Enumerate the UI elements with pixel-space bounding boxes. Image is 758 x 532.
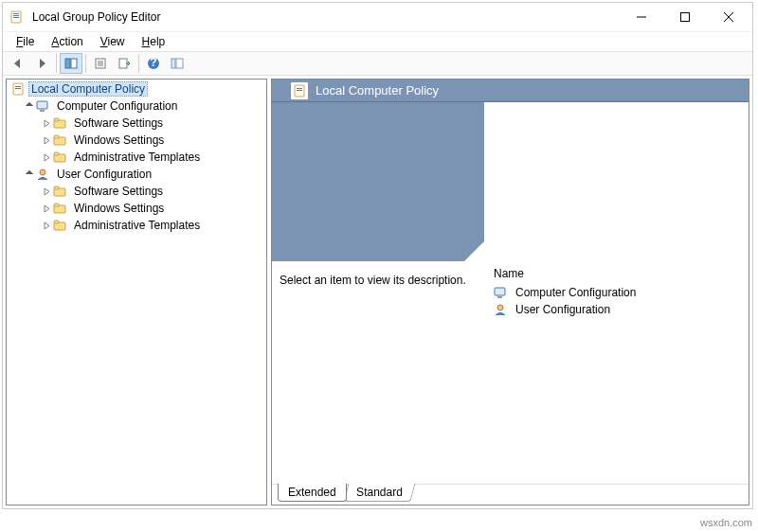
policy-icon: [10, 81, 26, 97]
toolbar-separator: [85, 54, 86, 73]
app-icon: [9, 9, 24, 25]
svg-rect-23: [40, 110, 45, 112]
tab-standard[interactable]: Standard: [343, 484, 414, 502]
tree-root-label: Local Computer Policy: [28, 81, 148, 97]
expand-icon[interactable]: [41, 186, 52, 197]
svg-rect-1: [13, 13, 19, 14]
tree-label: Software Settings: [71, 116, 166, 130]
close-button[interactable]: [707, 3, 750, 31]
description-accent: [272, 102, 484, 261]
collapse-icon[interactable]: [24, 100, 35, 112]
tree-label: Administrative Templates: [71, 219, 203, 232]
expand-icon[interactable]: [41, 203, 52, 214]
svg-rect-17: [171, 59, 175, 68]
folder-icon: [53, 201, 68, 216]
tab-strip: Extended Standard: [272, 484, 749, 505]
list-item-computer-configuration[interactable]: Computer Configuration: [494, 284, 741, 301]
tab-extended[interactable]: Extended: [278, 484, 347, 502]
menu-view[interactable]: View: [93, 33, 133, 50]
svg-rect-29: [54, 152, 59, 155]
expand-icon[interactable]: [41, 151, 52, 163]
help-button[interactable]: ?: [142, 53, 165, 74]
main-area: Local Computer Policy Computer Configura…: [3, 76, 752, 508]
svg-rect-20: [15, 86, 21, 87]
svg-rect-18: [176, 59, 183, 68]
folder-icon: [53, 150, 68, 165]
computer-icon: [494, 285, 509, 300]
list-column[interactable]: Name Computer Configuration User Configu…: [484, 102, 749, 484]
expand-icon[interactable]: [41, 220, 52, 231]
expand-icon[interactable]: [41, 134, 52, 146]
computer-icon: [36, 98, 51, 114]
back-button[interactable]: [7, 53, 29, 74]
minimize-button[interactable]: [620, 3, 663, 31]
title-area: Local Group Policy Editor: [9, 9, 620, 25]
svg-rect-2: [13, 15, 19, 16]
filter-button[interactable]: [166, 53, 189, 74]
svg-rect-5: [681, 13, 690, 22]
menu-bar: File Action View Help: [3, 31, 752, 51]
tree-uc-admin[interactable]: Administrative Templates: [7, 217, 266, 234]
svg-rect-27: [54, 135, 59, 138]
menu-file[interactable]: File: [9, 33, 42, 50]
window-buttons: [620, 3, 750, 31]
svg-rect-14: [119, 59, 127, 68]
window-title: Local Group Policy Editor: [32, 10, 160, 24]
user-icon: [36, 167, 51, 182]
user-icon: [494, 302, 509, 317]
svg-rect-22: [37, 101, 47, 109]
list-item-label: User Configuration: [515, 303, 610, 316]
description-column: Select an item to view its description.: [272, 102, 484, 484]
description-text: Select an item to view its description.: [280, 274, 478, 287]
list-spacer: [494, 108, 741, 267]
details-header-title: Local Computer Policy: [316, 83, 439, 98]
svg-text:?: ?: [150, 57, 156, 69]
tree-cc-windows[interactable]: Windows Settings: [7, 132, 266, 149]
svg-rect-9: [71, 59, 77, 68]
tree-cc-admin[interactable]: Administrative Templates: [7, 149, 266, 166]
toolbar-separator: [138, 54, 139, 73]
svg-rect-40: [495, 288, 505, 295]
list-item-label: Computer Configuration: [515, 286, 636, 299]
tree-uc-windows[interactable]: Windows Settings: [7, 200, 266, 217]
svg-rect-41: [497, 296, 502, 298]
tree-computer-configuration[interactable]: Computer Configuration: [7, 98, 266, 115]
watermark: wsxdn.com: [700, 517, 752, 528]
menu-help[interactable]: Help: [135, 33, 173, 50]
title-bar: Local Group Policy Editor: [3, 3, 752, 31]
svg-rect-21: [15, 88, 21, 89]
details-header: Local Computer Policy: [272, 80, 749, 102]
folder-icon: [53, 218, 68, 233]
svg-rect-39: [297, 90, 302, 91]
expand-icon[interactable]: [41, 117, 52, 129]
tree-label: Windows Settings: [71, 202, 167, 215]
toolbar-separator: [56, 54, 57, 73]
folder-icon: [53, 184, 68, 199]
show-hide-tree-button[interactable]: [60, 53, 82, 74]
menu-action[interactable]: Action: [44, 33, 90, 50]
tree-uc-software[interactable]: Software Settings: [7, 183, 266, 200]
maximize-button[interactable]: [663, 3, 707, 31]
svg-rect-8: [65, 59, 70, 68]
tree-label: User Configuration: [54, 168, 154, 181]
svg-rect-38: [297, 88, 302, 89]
column-header-name[interactable]: Name: [494, 267, 741, 284]
svg-rect-32: [54, 186, 59, 189]
tree-root[interactable]: Local Computer Policy: [7, 80, 266, 98]
details-body: Select an item to view its description. …: [272, 102, 749, 484]
list-item-user-configuration[interactable]: User Configuration: [494, 301, 741, 318]
folder-icon: [53, 115, 68, 131]
svg-rect-36: [54, 221, 59, 223]
export-list-button[interactable]: [113, 53, 135, 74]
tree-label: Computer Configuration: [54, 99, 180, 113]
tree-cc-software[interactable]: Software Settings: [7, 115, 266, 132]
collapse-icon[interactable]: [24, 168, 35, 180]
properties-button[interactable]: [89, 53, 112, 74]
tree-user-configuration[interactable]: User Configuration: [7, 166, 266, 183]
folder-icon: [53, 133, 68, 148]
forward-button[interactable]: [30, 53, 53, 74]
tree-pane[interactable]: Local Computer Policy Computer Configura…: [6, 79, 267, 505]
tree-label: Windows Settings: [71, 133, 167, 147]
svg-rect-25: [54, 118, 59, 121]
svg-rect-3: [13, 17, 19, 18]
